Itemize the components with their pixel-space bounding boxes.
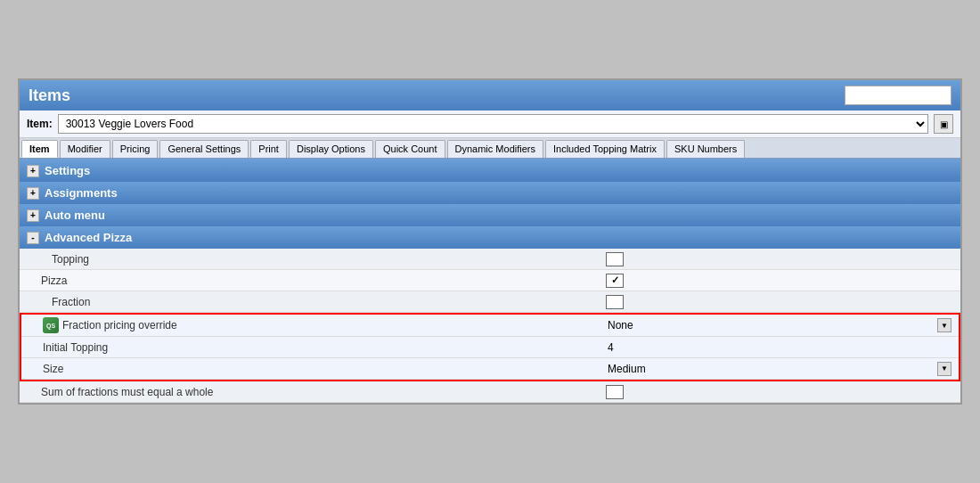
- tabs-bar: Item Modifier Pricing General Settings P…: [20, 138, 960, 160]
- table-row: Pizza: [20, 270, 960, 291]
- fraction-pricing-dropdown[interactable]: None ▼: [608, 318, 951, 332]
- fraction-checkbox[interactable]: [606, 295, 624, 309]
- fraction-pricing-override-value: None ▼: [600, 315, 959, 335]
- pizza-checkbox[interactable]: [606, 274, 624, 288]
- table-row: Size Medium ▼: [21, 358, 959, 380]
- table-row: Topping: [20, 249, 960, 270]
- assignments-section-header[interactable]: + Assignments: [20, 182, 960, 204]
- table-row: QS Fraction pricing override None ▼: [21, 315, 959, 337]
- pizza-value: [599, 271, 960, 291]
- settings-section-label: Settings: [45, 164, 90, 177]
- fraction-label: Fraction: [20, 293, 599, 311]
- sum-fractions-value: [599, 382, 960, 402]
- sum-fractions-checkbox[interactable]: [606, 385, 624, 399]
- tab-display-options[interactable]: Display Options: [289, 140, 373, 158]
- tab-dynamic-modifiers[interactable]: Dynamic Modifiers: [447, 140, 543, 158]
- topping-checkbox[interactable]: [606, 252, 624, 266]
- auto-menu-expand-btn[interactable]: +: [27, 209, 39, 222]
- tab-print[interactable]: Print: [250, 140, 287, 158]
- assignments-section-label: Assignments: [45, 186, 118, 200]
- fraction-pricing-label-text: Fraction pricing override: [62, 319, 177, 332]
- fraction-pricing-dropdown-arrow[interactable]: ▼: [937, 318, 951, 332]
- topping-value: [599, 250, 960, 269]
- size-label: Size: [21, 360, 600, 378]
- item-field-label: Item:: [27, 118, 53, 130]
- size-dropdown-value: Medium: [608, 363, 937, 375]
- settings-section-header[interactable]: + Settings: [20, 160, 960, 182]
- initial-topping-text: 4: [608, 341, 614, 354]
- pizza-label: Pizza: [20, 272, 599, 290]
- item-nav-button[interactable]: ▣: [934, 114, 953, 134]
- settings-expand-btn[interactable]: +: [27, 165, 39, 177]
- sum-fractions-label: Sum of fractions must equal a whole: [20, 383, 599, 401]
- window-title: Items: [29, 86, 70, 105]
- tab-pricing[interactable]: Pricing: [112, 140, 159, 158]
- initial-topping-value: 4: [600, 339, 959, 356]
- auto-menu-section-label: Auto menu: [45, 209, 105, 222]
- advanced-pizza-rows: Topping Pizza Fraction: [20, 249, 960, 403]
- fraction-pricing-dropdown-value: None: [608, 319, 937, 332]
- advanced-pizza-section-label: Advanced Pizza: [45, 231, 132, 244]
- title-search-input[interactable]: [845, 86, 951, 105]
- assignments-expand-btn[interactable]: +: [27, 187, 39, 200]
- auto-menu-section-header[interactable]: + Auto menu: [20, 204, 960, 226]
- table-row: Initial Topping 4: [21, 337, 959, 358]
- fraction-pricing-override-label: QS Fraction pricing override: [21, 315, 600, 336]
- tab-included-topping-matrix[interactable]: Included Topping Matrix: [545, 140, 665, 158]
- table-row: Fraction: [20, 291, 960, 313]
- title-bar: Items: [20, 80, 960, 111]
- highlighted-rows-section: QS Fraction pricing override None ▼ Init…: [20, 313, 960, 381]
- tab-modifier[interactable]: Modifier: [60, 140, 110, 158]
- tab-quick-count[interactable]: Quick Count: [375, 140, 445, 158]
- advanced-pizza-expand-btn[interactable]: -: [27, 232, 39, 244]
- tab-general-settings[interactable]: General Settings: [159, 140, 249, 158]
- fraction-value: [599, 292, 960, 312]
- size-dropdown-arrow[interactable]: ▼: [937, 362, 951, 376]
- table-row: Sum of fractions must equal a whole: [20, 381, 960, 403]
- initial-topping-label: Initial Topping: [21, 339, 600, 356]
- qs-icon: QS: [43, 317, 59, 333]
- tab-sku-numbers[interactable]: SKU Numbers: [666, 140, 745, 158]
- item-row: Item: 30013 Veggie Lovers Food ▣: [20, 111, 960, 138]
- tab-item[interactable]: Item: [21, 140, 58, 158]
- size-dropdown[interactable]: Medium ▼: [608, 362, 951, 376]
- main-window: Items Item: 30013 Veggie Lovers Food ▣ I…: [18, 78, 962, 405]
- advanced-pizza-section-header[interactable]: - Advanced Pizza: [20, 226, 960, 249]
- content-area: + Settings + Assignments + Auto menu - A…: [20, 160, 960, 403]
- item-select[interactable]: 30013 Veggie Lovers Food: [58, 114, 928, 134]
- size-value: Medium ▼: [600, 359, 959, 379]
- topping-label: Topping: [20, 250, 599, 268]
